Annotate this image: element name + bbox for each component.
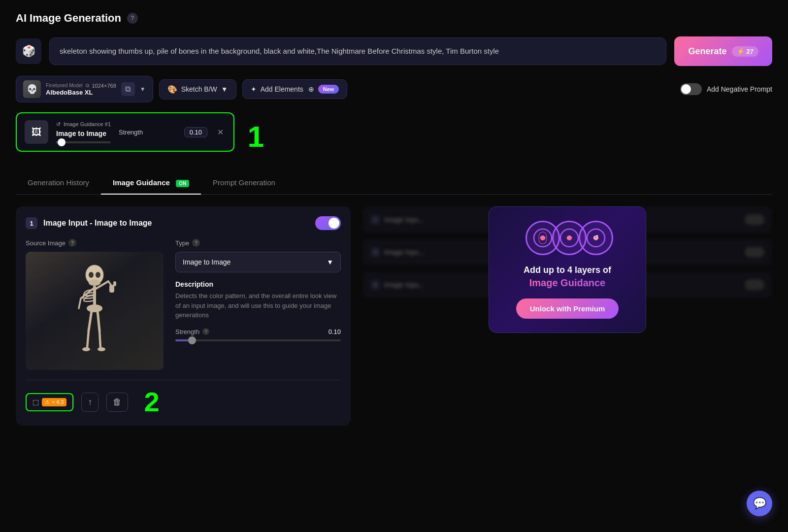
strength-label: Strength ? [175,328,209,335]
add-elements-plus-icon: ⊕ [308,85,314,93]
tab-image-guidance[interactable]: Image Guidance ON [101,171,201,195]
style-icon: 🎨 [167,85,177,94]
image-input-card: 1 Image Input - Image to Image Source Im… [16,206,351,426]
blurred-label-3: Image Inpu... [384,281,425,289]
svg-point-17 [82,347,90,351]
style-button[interactable]: 🎨 Sketch B/W ▼ [159,79,236,100]
blurred-toggle-2 [745,247,764,258]
svg-line-16 [99,331,100,348]
help-button[interactable]: ? [127,13,138,24]
guidance-card: 🖼 ↺ Image Guidance #1 Image to Image Str… [16,112,234,152]
negative-prompt-toggle[interactable]: Add Negative Prompt [680,83,772,95]
add-elements-button[interactable]: ✦ Add Elements ⊕ New [242,79,348,99]
warning-icon: ⚠ [45,399,50,405]
chat-button[interactable]: 💬 [747,491,772,516]
svg-point-1 [89,272,94,278]
svg-point-22 [567,235,572,240]
style-label: Sketch B/W [181,85,217,93]
tab-on-badge: ON [176,180,189,187]
source-image-preview [26,252,164,370]
page-title: AI Image Generation [16,12,121,25]
model-label-text: Finetuned Model [46,83,83,88]
svg-point-12 [87,304,102,312]
guidance-strength-value: 0.10 [184,127,207,137]
svg-line-15 [98,311,99,331]
warning-badge: ⚠ ≈ 4:3 [42,398,66,406]
source-help-icon: ? [68,239,76,247]
description-title: Description [175,280,341,288]
svg-point-20 [540,235,545,240]
copy-icon: ⧉ [86,83,89,89]
guidance-thumb: 🖼 [25,120,48,144]
premium-card: ↺ Add up to 4 layers of Image Guidance U… [489,206,646,333]
aspect-ratio-icon: ⬚ [33,398,39,406]
blurred-number-2: 3 [370,247,380,257]
svg-line-11 [79,299,81,308]
upload-button[interactable]: ↑ [81,393,98,412]
style-chevron-icon: ▼ [221,85,228,93]
image-input-title: 1 Image Input - Image to Image [26,217,152,229]
model-name: AlbedoBase XL [46,89,116,96]
type-label: Type ? [175,239,341,247]
type-dropdown[interactable]: Image to Image ▼ [175,252,341,272]
unlock-premium-button[interactable]: Unlock with Premium [516,299,619,319]
add-elements-icon: ✦ [251,85,257,93]
svg-line-13 [89,311,92,331]
guidance-icon: ↺ [56,121,61,128]
tabs-row: Generation History Image Guidance ON Pro… [16,171,772,195]
strength-slider[interactable] [175,339,341,341]
svg-text:↺: ↺ [593,233,599,241]
new-badge: New [318,85,339,94]
model-size: 1024×768 [92,83,116,89]
svg-point-4 [89,280,100,286]
guidance-number: 1 [248,122,264,152]
model-chevron-icon: ▼ [140,86,146,93]
svg-line-14 [87,331,89,348]
svg-rect-9 [113,281,116,286]
model-copy-button[interactable]: ⧉ [121,82,135,96]
svg-rect-8 [109,285,114,293]
svg-point-2 [96,272,100,278]
model-avatar: 💀 [23,80,41,98]
premium-subtitle: Image Guidance [501,277,634,289]
blurred-label-2: Image Inpu... [384,248,425,256]
guidance-close-button[interactable]: ✕ [215,126,226,139]
model-selector[interactable]: 💀 Finetuned Model ⧉ 1024×768 AlbedoBase … [16,76,153,102]
tab-prompt-generation[interactable]: Prompt Generation [201,171,287,195]
bottom-number: 2 [144,388,159,416]
add-elements-label: Add Elements [261,85,303,93]
aspect-ratio-button[interactable]: ⬚ ⚠ ≈ 4:3 [26,393,73,411]
delete-button[interactable]: 🗑 [106,393,128,412]
type-chevron-icon: ▼ [327,258,333,266]
credit-badge: ⚡ 27 [732,46,758,57]
svg-point-18 [98,347,105,351]
guidance-label-text: Image Guidance #1 [64,121,111,127]
input-number: 1 [26,217,37,229]
guidance-name: Image to Image [56,130,111,137]
blurred-toggle-3 [745,279,764,290]
chat-icon: 💬 [753,497,766,510]
generate-button[interactable]: Generate ⚡ 27 [674,36,772,66]
guidance-slider[interactable] [56,141,111,143]
image-input-toggle[interactable] [315,216,341,230]
description-text: Detects the color pattern, and the overa… [175,291,341,320]
skeleton-image [70,264,119,358]
prompt-input[interactable]: skeleton showing thumbs up, pile of bone… [49,37,666,66]
premium-icons: ↺ [501,221,634,255]
source-image-label: Source Image ? [26,239,164,247]
negative-prompt-label: Add Negative Prompt [707,85,772,93]
guidance-strength-label: Strength [119,129,143,136]
negative-prompt-switch[interactable] [680,83,702,95]
blurred-number-3: 4 [370,280,380,290]
strength-value: 0.10 [328,328,341,335]
blurred-number-1: 2 [370,215,380,225]
tab-generation-history[interactable]: Generation History [16,171,101,195]
blurred-label-1: Image Inpu... [384,216,425,224]
premium-title: Add up to 4 layers of [501,265,634,275]
blurred-toggle-1 [745,214,764,225]
prompt-icon: 🎲 [16,38,41,64]
